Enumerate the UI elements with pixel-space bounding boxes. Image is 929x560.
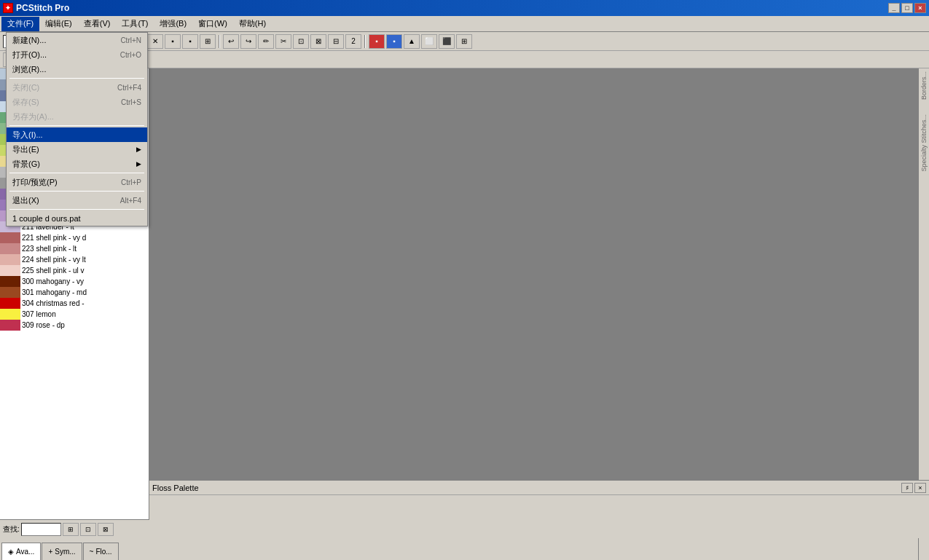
dd-sep-3 [9, 173, 144, 173]
file-dropdown-menu: 新建(N)... Ctrl+N 打开(O)... Ctrl+O 浏览(R)...… [6, 32, 148, 226]
menu-enhance[interactable]: 增强(B) [154, 17, 192, 31]
tool-btn-9[interactable]: ✏ [258, 34, 274, 49]
menu-file[interactable]: 文件(F) [1, 17, 39, 31]
tool-btn-14[interactable]: 2 [345, 34, 361, 49]
app-icon: ✦ [3, 3, 13, 13]
tool-btn-11[interactable]: ⊡ [293, 34, 309, 49]
color-row[interactable]: 221 shell pink - vy d [0, 232, 149, 243]
color-row[interactable]: 307 lemon [0, 309, 149, 320]
tab-symbols[interactable]: + Sym... [42, 543, 82, 560]
specialty-stitches-label[interactable]: Specialty Stitches... [920, 114, 928, 172]
tool-btn-18[interactable]: ⬜ [421, 34, 437, 49]
menu-close: 关闭(C) Ctrl+F4 [7, 80, 147, 95]
tab-available-icon: ◈ [8, 548, 14, 556]
menu-new[interactable]: 新建(N)... Ctrl+N [7, 33, 147, 47]
color-swatch [0, 243, 20, 254]
window-controls[interactable]: _ □ × [888, 3, 926, 13]
menu-edit[interactable]: 编辑(E) [39, 17, 78, 31]
floss-palette-label: Floss Palette [152, 484, 199, 492]
menu-view[interactable]: 查看(V) [78, 17, 117, 31]
tool-btn-10[interactable]: ✂ [275, 34, 291, 49]
menu-window[interactable]: 窗口(W) [192, 17, 233, 31]
menu-save: 保存(S) Ctrl+S [7, 95, 147, 109]
menu-exit[interactable]: 退出(X) Alt+F4 [7, 193, 147, 208]
color-swatch [0, 276, 20, 287]
color-label: 304 christmas red - [20, 299, 85, 307]
color-swatch [0, 298, 20, 309]
tool-btn-3[interactable]: ✕ [147, 34, 163, 49]
canvas-area[interactable] [149, 68, 918, 480]
color-swatch [0, 265, 20, 276]
color-row[interactable]: 304 christmas red - [0, 298, 149, 309]
tb-sep-3 [219, 35, 220, 48]
tb-sep-4 [364, 35, 366, 48]
tab-available-label: Ava... [16, 548, 34, 556]
tool-btn-5[interactable]: ▪ [182, 34, 198, 49]
tool-btn-4[interactable]: ▪ [165, 34, 181, 49]
tab-symbols-label: Sym... [55, 548, 75, 556]
menu-browse[interactable]: 浏览(R)... [7, 62, 147, 76]
app-title: PCStitch Pro [16, 3, 69, 13]
color-swatch [0, 254, 20, 265]
menu-tools[interactable]: 工具(T) [116, 17, 154, 31]
borders-label[interactable]: Borders... [920, 71, 928, 100]
search-input[interactable] [21, 523, 61, 536]
color-row[interactable]: 309 rose - dp [0, 320, 149, 331]
menu-export[interactable]: 导出(E) ▶ [7, 142, 147, 157]
menu-help[interactable]: 帮助(H) [233, 17, 272, 31]
floss-palette-content [149, 495, 929, 538]
tool-btn-19[interactable]: ⬛ [439, 34, 455, 49]
tool-btn-6[interactable]: ⊞ [200, 34, 216, 49]
tab-floss-label: Flo... [95, 548, 111, 556]
color-row[interactable]: 223 shell pink - lt [0, 243, 149, 254]
dd-sep-5 [9, 209, 144, 210]
title-bar-left: ✦ PCStitch Pro [3, 3, 69, 13]
search-button-3[interactable]: ⊠ [98, 523, 114, 536]
tab-floss-icon: ~ [90, 548, 94, 556]
tab-floss[interactable]: ~ Flo... [83, 543, 119, 560]
tool-btn-15[interactable]: ▪ [369, 34, 385, 49]
floss-palette-controls[interactable]: ♯ × [901, 483, 926, 493]
floss-pin-button[interactable]: ♯ [901, 483, 913, 493]
floss-close-button[interactable]: × [914, 483, 926, 493]
color-swatch [0, 232, 20, 243]
color-row[interactable]: 225 shell pink - ul v [0, 265, 149, 276]
menu-recent-1[interactable]: 1 couple d ours.pat [7, 211, 147, 226]
dd-sep-2 [9, 125, 144, 126]
tool-btn-13[interactable]: ⊟ [328, 34, 344, 49]
menu-bar: 文件(F) 编辑(E) 查看(V) 工具(T) 增强(B) 窗口(W) 帮助(H… [0, 16, 929, 32]
menu-background[interactable]: 背景(G) ▶ [7, 157, 147, 171]
search-button-2[interactable]: ⊡ [80, 523, 96, 536]
close-button[interactable]: × [914, 3, 926, 13]
color-swatch [0, 287, 20, 298]
color-label: 300 mahogany - vy [20, 277, 84, 285]
color-row[interactable]: 224 shell pink - vy lt [0, 254, 149, 265]
color-row[interactable]: 300 mahogany - vy [0, 276, 149, 287]
color-row[interactable]: 301 mahogany - md [0, 287, 149, 298]
color-label: 309 rose - dp [20, 321, 65, 329]
color-label: 301 mahogany - md [20, 288, 87, 296]
color-label: 307 lemon [20, 310, 56, 318]
dd-sep-1 [9, 78, 144, 79]
tool-btn-16[interactable]: ▪ [386, 34, 402, 49]
floss-palette-title-bar: Floss Palette ♯ × [149, 481, 929, 495]
menu-saveas: 另存为(A)... [7, 109, 147, 124]
tool-btn-7[interactable]: ↩ [223, 34, 239, 49]
dd-sep-4 [9, 191, 144, 192]
color-label: 225 shell pink - ul v [20, 267, 85, 275]
color-swatch [0, 309, 20, 320]
tool-btn-17[interactable]: ▲ [404, 34, 420, 49]
tool-btn-12[interactable]: ⊠ [310, 34, 326, 49]
tab-available[interactable]: ◈ Ava... [1, 543, 41, 560]
tool-btn-20[interactable]: ⊞ [456, 34, 472, 49]
menu-open[interactable]: 打开(O)... Ctrl+O [7, 47, 147, 62]
maximize-button[interactable]: □ [901, 3, 913, 13]
menu-print[interactable]: 打印/预览(P) Ctrl+P [7, 175, 147, 189]
title-bar: ✦ PCStitch Pro _ □ × [0, 0, 929, 16]
menu-import[interactable]: 导入(I)... [7, 127, 147, 142]
tool-btn-8[interactable]: ↪ [240, 34, 256, 49]
search-button-1[interactable]: ⊞ [63, 523, 79, 536]
color-swatch [0, 320, 20, 331]
floss-palette: Floss Palette ♯ × [149, 480, 929, 538]
minimize-button[interactable]: _ [888, 3, 900, 13]
